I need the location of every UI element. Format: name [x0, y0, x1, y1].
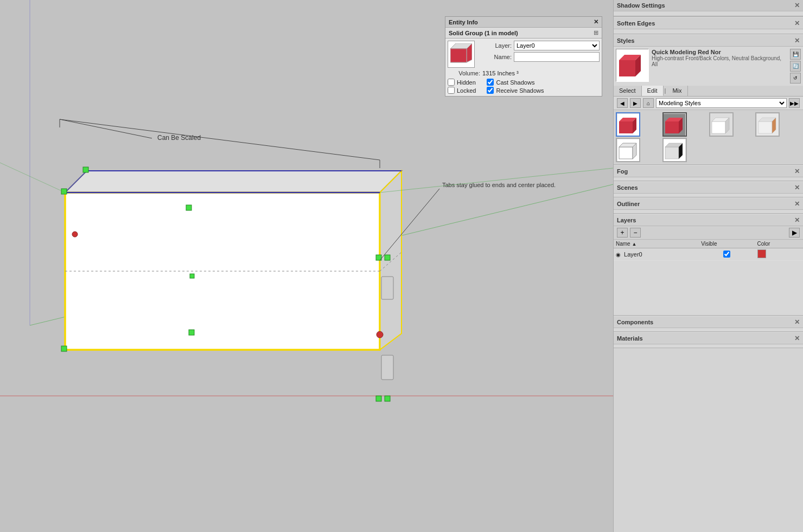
styles-title: Styles	[617, 37, 634, 44]
svg-rect-45	[619, 121, 633, 133]
materials-panel: Materials ✕	[614, 333, 803, 348]
style-preview-area: Quick Modeling Red Nor High-contrast Fro…	[614, 47, 803, 86]
outliner-header[interactable]: Outliner ✕	[614, 198, 803, 210]
shadow-settings-header[interactable]: Shadow Settings ✕	[614, 0, 803, 11]
receive-shadows-label: Receive Shadows	[496, 87, 544, 94]
layers-table: Name ▲ Visible Color ◉ Layer0	[614, 240, 803, 261]
svg-point-24	[377, 331, 383, 338]
layers-empty-area	[614, 261, 803, 315]
entity-info-body: Layer: Layer0 Name: Volume: 1315 Inches …	[445, 39, 602, 96]
components-panel: Components ✕	[614, 317, 803, 332]
style-save-button[interactable]: 💾	[790, 49, 801, 60]
receive-shadows-checkbox[interactable]	[487, 87, 494, 94]
entity-info-header[interactable]: Entity Info ✕	[445, 17, 602, 28]
entity-info-panel: Entity Info ✕ Solid Group (1 in model) ⊞…	[445, 16, 602, 97]
style-thumb-2[interactable]	[662, 112, 687, 137]
scenes-header[interactable]: Scenes ✕	[614, 182, 803, 194]
layer-remove-button[interactable]: −	[630, 228, 641, 238]
style-nav-detail[interactable]: ▶▶	[789, 98, 800, 108]
components-content	[614, 328, 803, 331]
style-thumb-1[interactable]	[616, 112, 640, 137]
materials-content	[614, 344, 803, 348]
style-nav-back[interactable]: ◀	[617, 98, 628, 108]
volume-label: Volume:	[448, 70, 480, 76]
styles-header[interactable]: Styles ✕	[614, 35, 803, 47]
right-panel: Shadow Settings ✕ Soften Edges ✕ Styles …	[613, 0, 803, 532]
layers-header[interactable]: Layers ✕	[614, 215, 803, 226]
fog-content	[614, 177, 803, 181]
materials-header[interactable]: Materials ✕	[614, 333, 803, 344]
receive-shadows-check-item: Receive Shadows	[487, 87, 544, 94]
outliner-title: Outliner	[617, 201, 640, 207]
styles-close[interactable]: ✕	[794, 37, 800, 44]
style-category-dropdown[interactable]: Modeling Styles	[656, 98, 787, 108]
tab-separator: |	[664, 86, 667, 96]
entity-checkboxes: Hidden Locked Cast Shadows Receive Shado…	[448, 79, 600, 94]
svg-marker-9	[380, 171, 401, 350]
tab-mix[interactable]: Mix	[667, 86, 687, 96]
hidden-label: Hidden	[457, 79, 476, 86]
entity-info-group-label: Solid Group (1 in model)	[449, 30, 518, 36]
hidden-check-item: Hidden	[448, 79, 476, 86]
cast-shadows-label: Cast Shadows	[496, 79, 534, 86]
layer-add-button[interactable]: +	[617, 228, 628, 238]
style-thumb-5[interactable]	[616, 138, 640, 162]
scenes-panel: Scenes ✕	[614, 182, 803, 197]
style-update-button[interactable]: 🔄	[790, 61, 801, 72]
layer-radio-indicator: ◉	[616, 252, 621, 258]
tab-edit[interactable]: Edit	[642, 86, 664, 96]
layer-visible-checkbox[interactable]	[723, 251, 730, 258]
layer-color-col-header: Color	[755, 240, 803, 248]
entity-info-title: Entity Info	[449, 19, 478, 25]
layer-name-cell: Layer0	[624, 251, 642, 258]
svg-point-23	[72, 232, 78, 237]
style-nav-forward[interactable]: ▶	[630, 98, 641, 108]
svg-rect-13	[61, 189, 67, 194]
style-thumbnails-grid	[614, 110, 803, 164]
entity-info-close[interactable]: ✕	[594, 18, 598, 25]
svg-rect-17	[61, 346, 67, 351]
style-big-thumbnail	[616, 49, 648, 81]
hidden-checkbox[interactable]	[448, 79, 455, 86]
locked-check-item: Locked	[448, 87, 476, 94]
components-header[interactable]: Components ✕	[614, 317, 803, 328]
layer-color-swatch[interactable]	[757, 249, 766, 258]
soften-edges-close[interactable]: ✕	[794, 20, 800, 27]
shadow-settings-title: Shadow Settings	[617, 2, 665, 9]
style-thumb-3[interactable]	[709, 112, 734, 137]
cast-shadows-checkbox[interactable]	[487, 79, 494, 86]
svg-rect-14	[186, 205, 192, 210]
name-input[interactable]	[514, 52, 600, 62]
locked-checkbox[interactable]	[448, 87, 455, 94]
svg-rect-65	[665, 147, 679, 159]
outliner-close[interactable]: ✕	[794, 200, 800, 208]
materials-close[interactable]: ✕	[794, 335, 800, 342]
svg-rect-28	[381, 355, 393, 380]
soften-edges-content	[614, 29, 803, 34]
style-thumb-4[interactable]	[755, 112, 780, 137]
soften-edges-panel: Soften Edges ✕	[614, 18, 803, 34]
shadow-settings-close[interactable]: ✕	[794, 2, 800, 9]
svg-rect-27	[381, 277, 393, 299]
style-refresh-button[interactable]: ↺	[790, 73, 801, 84]
fog-header[interactable]: Fog ✕	[614, 166, 803, 177]
layer-sort-icon[interactable]: ▲	[632, 241, 636, 247]
layers-close[interactable]: ✕	[794, 216, 800, 224]
layer-details-button[interactable]: ▶	[789, 228, 800, 238]
svg-rect-53	[712, 121, 725, 133]
shadow-settings-content	[614, 11, 803, 16]
entity-info-toggle[interactable]: ⊞	[594, 29, 598, 36]
scenes-close[interactable]: ✕	[794, 184, 800, 191]
outliner-panel: Outliner ✕	[614, 198, 803, 214]
soften-edges-header[interactable]: Soften Edges ✕	[614, 18, 803, 29]
svg-rect-16	[385, 255, 390, 260]
style-nav-home[interactable]: ⌂	[643, 98, 654, 108]
layers-title: Layers	[617, 217, 636, 223]
tab-select[interactable]: Select	[614, 86, 642, 96]
fog-close[interactable]: ✕	[794, 168, 800, 175]
style-thumb-6[interactable]	[662, 138, 687, 162]
layer-select[interactable]: Layer0	[514, 41, 600, 50]
styles-nav: ◀ ▶ ⌂ Modeling Styles ▶▶	[614, 97, 803, 110]
components-close[interactable]: ✕	[794, 318, 800, 326]
svg-rect-20	[385, 396, 390, 401]
